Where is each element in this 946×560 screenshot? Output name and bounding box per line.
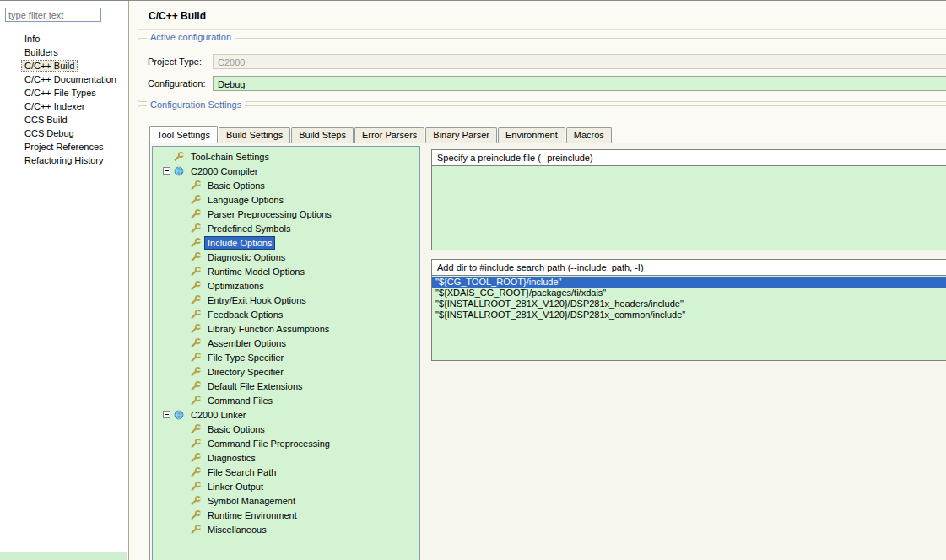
tree-item-label: Command Files: [205, 395, 275, 407]
tree-item-include-options[interactable]: Include Options: [153, 235, 419, 250]
include-path-row[interactable]: "${XDAIS_CG_ROOT}/packages/ti/xdais": [432, 288, 946, 299]
tree-item[interactable]: Runtime Model Options: [153, 264, 419, 278]
option-icon: [190, 280, 202, 292]
tree-item[interactable]: Diagnostic Options: [153, 250, 419, 264]
option-icon: [190, 352, 202, 363]
tree-item[interactable]: Entry/Exit Hook Options: [153, 293, 419, 307]
include-path-row[interactable]: "${INSTALLROOT_281X_V120}/DSP281x_common…: [432, 310, 946, 320]
settings-icon: [173, 151, 185, 163]
properties-tree: Info Builders C/C++ Build C/C++ Document…: [0, 32, 127, 167]
tab-build-settings[interactable]: Build Settings: [219, 127, 290, 143]
configuration-combo[interactable]: Debug: [213, 76, 946, 91]
collapse-icon[interactable]: [163, 411, 170, 418]
expand-spacer: [180, 353, 189, 362]
sidebar-item-refactoring-history[interactable]: Refactoring History: [0, 153, 127, 167]
tree-item[interactable]: Basic Options: [153, 178, 419, 192]
include-path-label: Add dir to #include search path (--inclu…: [432, 260, 946, 276]
tree-item[interactable]: Symbol Management: [153, 493, 419, 508]
tree-item-label: Optimizations: [205, 280, 267, 292]
option-icon: [190, 395, 202, 407]
tree-item[interactable]: Parser Preprocessing Options: [153, 207, 419, 221]
option-icon: [190, 266, 202, 277]
include-path-list: "${CG_TOOL_ROOT}/include" "${XDAIS_CG_RO…: [432, 276, 946, 360]
expand-spacer: [180, 424, 189, 433]
tree-item-label: Basic Options: [205, 423, 268, 435]
sidebar-item-cpp-file-types[interactable]: C/C++ File Types: [0, 86, 127, 100]
option-icon: [190, 423, 202, 435]
tree-item-label: Include Options: [205, 237, 274, 249]
sidebar-item-label: C/C++ Indexer: [22, 101, 88, 111]
sidebar-item-cpp-indexer[interactable]: C/C++ Indexer: [0, 100, 127, 113]
tree-item[interactable]: Optimizations: [153, 278, 419, 293]
tree-item[interactable]: Language Options: [153, 192, 419, 207]
preinclude-list[interactable]: [432, 166, 946, 250]
tab-tool-settings[interactable]: Tool Settings: [149, 126, 218, 143]
expand-spacer: [180, 281, 189, 290]
expand-spacer: [180, 496, 189, 505]
option-icon: [190, 438, 202, 450]
bottom-left-panel: [0, 552, 127, 560]
tree-item[interactable]: C2000 Compiler: [153, 164, 419, 178]
sidebar-item-ccs-build[interactable]: CCS Build: [0, 113, 127, 127]
sidebar-item-ccs-debug[interactable]: CCS Debug: [0, 127, 127, 140]
expand-spacer: [180, 310, 189, 319]
preinclude-label: Specify a preinclude file (--preinclude): [432, 150, 946, 166]
tree-item-label: Miscellaneous: [205, 524, 269, 536]
tree-item[interactable]: Command File Preprocessing: [153, 436, 419, 450]
expand-spacer: [180, 439, 189, 448]
tree-item[interactable]: Feedback Options: [153, 307, 419, 321]
tree-item[interactable]: Diagnostics: [153, 450, 419, 465]
tree-item[interactable]: File Type Specifier: [153, 350, 419, 364]
tree-item-label: Linker Output: [205, 481, 266, 493]
project-type-combo: C2000: [213, 54, 946, 69]
tree-item-label: Symbol Management: [205, 495, 298, 507]
expand-spacer: [180, 223, 189, 233]
include-path-row[interactable]: "${INSTALLROOT_281X_V120}/DSP281x_header…: [432, 299, 946, 310]
sidebar-item-label: C/C++ File Types: [22, 88, 99, 98]
sidebar-item-cpp-documentation[interactable]: C/C++ Documentation: [0, 73, 127, 86]
expand-spacer: [180, 252, 189, 261]
sidebar-item-info[interactable]: Info: [0, 32, 127, 46]
sidebar-item-label: Info: [22, 34, 42, 44]
tree-item[interactable]: Library Function Assumptions: [153, 321, 419, 336]
filter-input[interactable]: [5, 8, 101, 22]
tree-item[interactable]: C2000 Linker: [153, 407, 419, 422]
option-icon: [190, 452, 202, 464]
tree-item[interactable]: Tool-chain Settings: [153, 149, 419, 164]
tree-item-label: Runtime Model Options: [205, 266, 307, 277]
sidebar-item-label: Refactoring History: [22, 155, 106, 165]
include-path-row[interactable]: "${CG_TOOL_ROOT}/include": [432, 277, 946, 288]
expand-spacer: [180, 510, 189, 520]
tree-item[interactable]: Default File Extensions: [153, 379, 419, 393]
sidebar-item-cpp-build[interactable]: C/C++ Build: [0, 59, 127, 73]
tab-binary-parser[interactable]: Binary Parser: [425, 127, 497, 143]
tree-item[interactable]: Directory Specifier: [153, 364, 419, 379]
sidebar-item-label: CCS Debug: [22, 128, 77, 138]
option-icon: [190, 524, 202, 536]
tree-item-label: Directory Specifier: [205, 366, 286, 378]
tree-item[interactable]: Miscellaneous: [153, 522, 419, 536]
collapse-icon[interactable]: [163, 167, 170, 175]
sidebar-item-builders[interactable]: Builders: [0, 46, 127, 59]
expand-spacer: [180, 209, 189, 218]
expand-spacer: [180, 338, 189, 347]
expand-spacer: [180, 467, 189, 477]
tab-macros[interactable]: Macros: [566, 127, 612, 143]
tree-item[interactable]: Predefined Symbols: [153, 221, 419, 235]
tab-build-steps[interactable]: Build Steps: [291, 127, 354, 143]
tree-item[interactable]: Basic Options: [153, 422, 419, 436]
tree-item-label: Language Options: [205, 194, 286, 206]
tab-environment[interactable]: Environment: [498, 127, 565, 143]
tab-error-parsers[interactable]: Error Parsers: [354, 127, 424, 143]
tree-item[interactable]: Linker Output: [153, 479, 419, 493]
option-icon: [190, 194, 202, 206]
page-title: C/C++ Build: [149, 10, 206, 22]
tree-item-label: File Type Specifier: [205, 352, 286, 363]
tree-item-label: C2000 Linker: [188, 409, 248, 421]
sidebar-item-project-references[interactable]: Project References: [0, 140, 127, 153]
tree-item[interactable]: Command Files: [153, 393, 419, 407]
tree-item[interactable]: Assembler Options: [153, 336, 419, 350]
option-icon: [190, 380, 202, 392]
tree-item[interactable]: File Search Path: [153, 465, 419, 479]
tree-item[interactable]: Runtime Environment: [153, 508, 419, 522]
